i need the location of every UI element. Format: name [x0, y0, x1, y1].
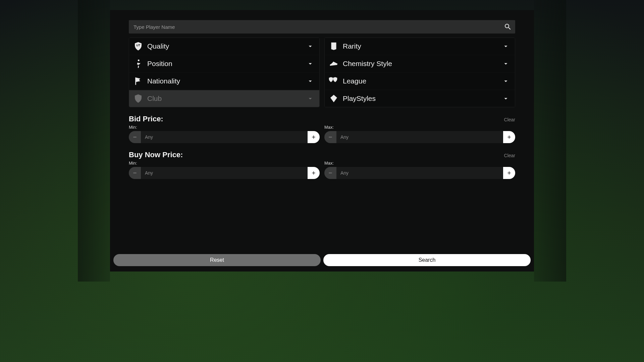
filter-league[interactable]: League [325, 73, 515, 89]
filter-chemstyle-label: Chemistry Style [343, 60, 502, 68]
chevron-down-icon [307, 95, 314, 102]
plus-icon [506, 170, 512, 176]
boot-icon [329, 59, 339, 69]
filter-quality[interactable]: Quality [129, 38, 319, 55]
bid-min-input[interactable] [141, 131, 308, 143]
chevron-down-icon [502, 95, 509, 102]
bid-price-title: Bid Price: [129, 115, 504, 123]
flag-icon [133, 76, 143, 86]
player-name-input[interactable] [132, 24, 504, 30]
chevron-down-icon [307, 77, 314, 85]
shield-ut-icon [133, 41, 143, 51]
filters-left-column: QualityPositionNationalityClub [129, 38, 320, 107]
bid-min-decrement[interactable] [129, 131, 141, 143]
buynow-min-increment[interactable] [308, 167, 320, 179]
filter-league-label: League [343, 77, 502, 85]
search-icon[interactable] [504, 23, 512, 31]
bid-max-stepper [324, 131, 515, 143]
minus-icon [328, 134, 333, 140]
search-panel: QualityPositionNationalityClub RarityChe… [110, 10, 534, 272]
buynow-price-title: Buy Now Price: [129, 150, 504, 159]
filter-grid: QualityPositionNationalityClub RarityChe… [129, 38, 515, 107]
filter-playstyles[interactable]: PlayStyles [325, 90, 515, 107]
bid-max-increment[interactable] [503, 131, 515, 143]
minus-icon [328, 170, 333, 176]
chevron-down-icon [502, 77, 509, 85]
filters-right-column: RarityChemistry StyleLeaguePlayStyles [324, 38, 515, 107]
filter-position-label: Position [147, 60, 307, 68]
twoshields-icon [329, 76, 339, 86]
shield-icon [133, 94, 143, 104]
bid-max-label: Max: [324, 125, 515, 130]
filter-playstyles-label: PlayStyles [343, 95, 502, 103]
filter-quality-label: Quality [147, 42, 307, 50]
bid-max-input[interactable] [336, 131, 503, 143]
bid-max-decrement[interactable] [324, 131, 336, 143]
filter-club: Club [129, 90, 319, 107]
buynow-price-section: Buy Now Price: Clear Min: Max: [129, 150, 515, 179]
buynow-max-increment[interactable] [503, 167, 515, 179]
buynow-max-label: Max: [324, 161, 515, 166]
chevron-down-icon [502, 43, 509, 50]
filter-rarity[interactable]: Rarity [325, 38, 515, 55]
chevron-down-icon [307, 60, 314, 67]
filter-position[interactable]: Position [129, 55, 319, 72]
search-button[interactable]: Search [323, 254, 531, 266]
card-icon [329, 41, 339, 51]
filter-nationality-label: Nationality [147, 77, 307, 85]
buynow-min-decrement[interactable] [129, 167, 141, 179]
buynow-min-label: Min: [129, 161, 320, 166]
bid-price-section: Bid Price: Clear Min: Max: [129, 115, 515, 143]
buynow-price-clear[interactable]: Clear [504, 153, 515, 158]
filter-club-label: Club [147, 95, 307, 103]
bid-min-stepper [129, 131, 320, 143]
buynow-min-stepper [129, 167, 320, 179]
minus-icon [132, 134, 138, 140]
footer-actions: Reset Search [113, 254, 531, 266]
bid-min-increment[interactable] [308, 131, 320, 143]
chevron-down-icon [307, 43, 314, 50]
buynow-max-stepper [324, 167, 515, 179]
filter-rarity-label: Rarity [343, 42, 502, 50]
stage: QualityPositionNationalityClub RarityChe… [78, 0, 566, 282]
plus-icon [311, 134, 316, 140]
plus-icon [311, 170, 316, 176]
filter-nationality[interactable]: Nationality [129, 73, 319, 89]
runner-icon [133, 59, 143, 69]
filter-chemstyle[interactable]: Chemistry Style [325, 55, 515, 72]
diamond-icon [329, 94, 339, 104]
buynow-max-decrement[interactable] [324, 167, 336, 179]
reset-button[interactable]: Reset [113, 254, 321, 266]
bid-price-clear[interactable]: Clear [504, 117, 515, 122]
plus-icon [506, 134, 512, 140]
minus-icon [132, 170, 138, 176]
bid-min-label: Min: [129, 125, 320, 130]
buynow-min-input[interactable] [141, 167, 308, 179]
player-name-search[interactable] [129, 20, 515, 34]
chevron-down-icon [502, 60, 509, 67]
buynow-max-input[interactable] [336, 167, 503, 179]
